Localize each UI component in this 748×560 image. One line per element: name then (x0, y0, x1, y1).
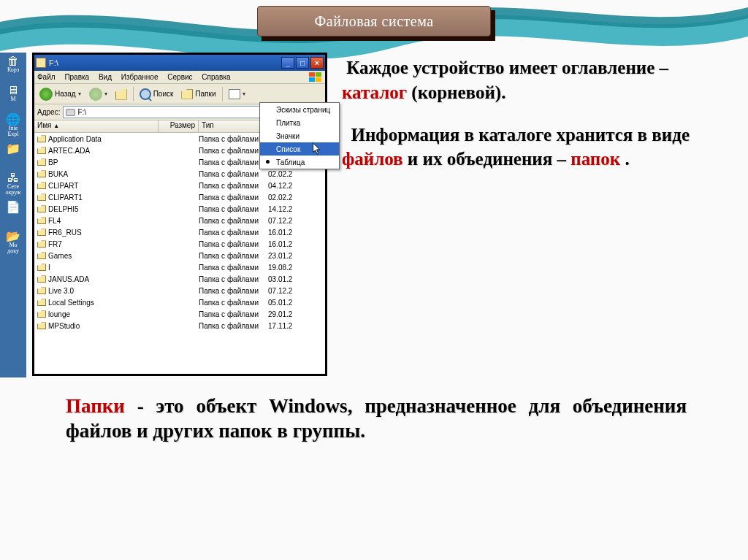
folders-button[interactable]: Папки (179, 88, 218, 101)
mouse-cursor-icon (313, 143, 321, 155)
file-row[interactable]: GamesПапка с файлами23.01.2 (34, 250, 325, 261)
search-icon (140, 88, 151, 100)
maximize-button[interactable]: □ (296, 57, 309, 69)
paragraph-definition: Папки - это объект Windows, предназначен… (66, 394, 687, 444)
slide-title: Файловая система (314, 13, 433, 30)
views-button[interactable]: ▾ (226, 88, 248, 101)
forward-icon (89, 88, 102, 101)
explorer-window: F:\ _ □ × Файл Правка Вид Избранное Серв… (32, 53, 327, 376)
folders-icon (181, 89, 193, 99)
minimize-button[interactable]: _ (281, 57, 294, 69)
chevron-down-icon: ▾ (78, 91, 81, 97)
file-row[interactable]: FL4Папка с файлами07.12.2 (34, 215, 325, 226)
folder-icon (37, 240, 46, 248)
folder-icon (37, 135, 46, 142)
slide-title-badge: Файловая система (257, 6, 491, 37)
view-menu-thumbnails[interactable]: Эскизы страниц (260, 103, 339, 116)
up-folder-icon (115, 88, 127, 100)
search-button[interactable]: Поиск (137, 87, 176, 101)
menu-favorites[interactable]: Избранное (121, 73, 159, 81)
folder-icon (37, 170, 46, 177)
menu-bar: Файл Правка Вид Избранное Сервис Справка (34, 71, 325, 84)
file-row[interactable]: JANUS.ADAПапка с файлами03.01.2 (34, 273, 325, 285)
window-titlebar[interactable]: F:\ _ □ × (34, 55, 325, 71)
view-menu-tiles[interactable]: Плитка (260, 116, 339, 129)
back-button[interactable]: Назад ▾ (37, 86, 83, 102)
menu-tools[interactable]: Сервис (167, 73, 192, 81)
file-row[interactable]: loungeПапка с файлами29.01.2 (34, 308, 325, 320)
folder-icon (37, 229, 46, 236)
folder-icon (37, 252, 46, 259)
back-icon (39, 88, 53, 101)
file-row[interactable]: IПапка с файлами19.08.2 (34, 261, 325, 273)
view-menu-list[interactable]: Список (260, 142, 339, 156)
folder-icon (37, 264, 46, 271)
address-input[interactable]: F:\ ▾ (63, 106, 275, 118)
paragraph-2: Информация в каталоге хранится в виде фа… (342, 123, 736, 172)
file-row[interactable]: DELPHI5Папка с файлами14.12.2 (34, 203, 325, 215)
file-row[interactable]: MPStudioПапка с файлами17.11.2 (34, 320, 325, 331)
menu-help[interactable]: Справка (202, 73, 230, 81)
view-menu-table[interactable]: Таблица (260, 156, 339, 169)
folder-icon (37, 182, 46, 189)
folder-icon (37, 205, 46, 212)
disk-icon (66, 109, 75, 116)
column-size[interactable]: Размер (159, 120, 199, 132)
file-row[interactable]: CLIPART1Папка с файлами02.02.2 (34, 191, 325, 203)
up-button[interactable] (113, 87, 129, 101)
folder-icon (37, 287, 46, 294)
menu-edit[interactable]: Правка (64, 73, 89, 81)
forward-button[interactable]: ▾ (87, 86, 110, 102)
toolbar: Назад ▾ ▾ Поиск Папки (34, 84, 325, 104)
paragraph-1: Каждое устройство имеет оглавление – кат… (342, 55, 736, 105)
file-row[interactable]: Local SettingsПапка с файлами05.01.2 (34, 296, 325, 308)
folder-icon (37, 158, 46, 166)
address-value: F:\ (77, 108, 86, 116)
view-mode-menu: Эскизы страниц Плитка Значки Список Табл… (259, 102, 340, 169)
menu-view[interactable]: Вид (99, 73, 112, 81)
folder-icon (37, 217, 46, 224)
window-title: F:\ (49, 58, 280, 67)
file-row[interactable]: BUKAПапка с файлами02.02.2 (34, 168, 325, 180)
view-menu-icons[interactable]: Значки (260, 129, 339, 142)
folder-icon (37, 299, 46, 306)
file-row[interactable]: Live 3.0Папка с файлами07.12.2 (34, 285, 325, 296)
views-icon (229, 89, 240, 99)
folder-icon (36, 58, 46, 68)
windows-flag-icon (309, 72, 322, 83)
file-row[interactable]: CLIPARTПапка с файлами04.12.2 (34, 180, 325, 191)
address-label: Адрес: (37, 108, 60, 116)
column-name[interactable]: Имя ▲ (34, 120, 159, 132)
column-type[interactable]: Тип (199, 120, 268, 132)
folder-icon (37, 322, 46, 329)
file-row[interactable]: FR6_RUSПапка с файлами16.01.2 (34, 226, 325, 238)
folder-icon (37, 193, 46, 201)
folder-icon (37, 147, 46, 154)
menu-file[interactable]: Файл (37, 73, 56, 81)
file-row[interactable]: FR7Папка с файлами16.01.2 (34, 238, 325, 250)
close-button[interactable]: × (310, 57, 324, 69)
folder-icon (37, 310, 46, 318)
folder-icon (37, 275, 46, 283)
